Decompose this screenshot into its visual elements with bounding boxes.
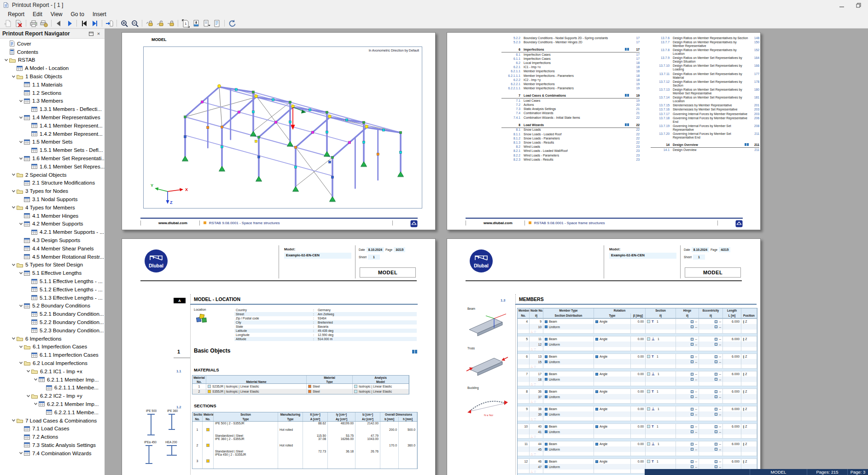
zoom-in-icon[interactable] bbox=[119, 19, 129, 28]
toc-row[interactable]: 8.1Snow Loads22 bbox=[501, 128, 640, 132]
menu-item-insert[interactable]: Insert bbox=[88, 11, 111, 18]
lock-position-icon[interactable] bbox=[144, 19, 155, 28]
chevron-down-icon[interactable] bbox=[10, 75, 17, 79]
tree-item[interactable]: 7 Load Cases & Combinations bbox=[0, 417, 105, 425]
chevron-down-icon[interactable] bbox=[10, 336, 17, 341]
tree-item[interactable]: 7.3 Static Analysis Settings bbox=[0, 441, 105, 449]
chevron-down-icon[interactable] bbox=[25, 369, 31, 373]
toc-row[interactable]: 6.1.1Imperfection Cases17 bbox=[501, 57, 640, 61]
first-page-icon[interactable] bbox=[79, 19, 89, 28]
minimize-button[interactable] bbox=[835, 1, 849, 9]
tree-item[interactable]: 6.2.1 IC1 - Imp +x bbox=[0, 367, 105, 376]
tree-item[interactable]: 1.1 Materials bbox=[0, 81, 105, 89]
tree-item[interactable]: 1.2 Sections bbox=[0, 89, 105, 97]
toc-row[interactable]: 14.1Design Overview211 bbox=[651, 148, 759, 152]
chevron-down-icon[interactable] bbox=[17, 271, 24, 275]
toc-row[interactable]: 6.1Imperfection Cases17 bbox=[501, 52, 640, 57]
tree-item[interactable]: 2 Special Objects bbox=[0, 171, 105, 179]
chevron-down-icon[interactable] bbox=[10, 205, 17, 209]
tree-item[interactable]: 5.2.3 Boundary Condition... bbox=[0, 326, 105, 335]
toc-row[interactable]: 7.3Static Analysis Settings21 bbox=[501, 107, 640, 111]
tree-item[interactable]: 4 Types for Members bbox=[0, 203, 105, 212]
tree-item[interactable]: 5.1.2 Effective Lengths - ... bbox=[0, 285, 105, 294]
menu-item-go-to[interactable]: Go to bbox=[67, 11, 88, 18]
zoom-out-icon[interactable] bbox=[129, 19, 140, 28]
tree-item[interactable]: 6.2.2.1 Member Imp... bbox=[0, 400, 105, 408]
chevron-down-icon[interactable] bbox=[17, 116, 24, 120]
toc-row[interactable]: 8.1.2Snow Loads - Parameters22 bbox=[501, 136, 640, 140]
tree-item[interactable]: 6 Imperfections bbox=[0, 335, 105, 343]
tree-item[interactable]: 6.2.2.1.1 Membe... bbox=[0, 408, 105, 417]
tree-item[interactable]: 5.1 Effective Lengths bbox=[0, 269, 105, 277]
chevron-down-icon[interactable] bbox=[10, 189, 17, 193]
toc-row[interactable]: 8.2Wind Loads23 bbox=[501, 145, 640, 149]
chevron-down-icon[interactable] bbox=[17, 451, 24, 455]
tree-item[interactable]: Contents bbox=[0, 48, 105, 56]
tree-item[interactable]: 4.2.1 Member Supports - ... bbox=[0, 228, 105, 236]
chevron-down-icon[interactable] bbox=[17, 304, 24, 308]
tree-item[interactable]: 1.4 Member Representatives bbox=[0, 113, 105, 122]
chevron-down-icon[interactable] bbox=[10, 263, 17, 267]
print-options-icon[interactable] bbox=[39, 19, 49, 28]
chevron-down-icon[interactable] bbox=[25, 394, 31, 398]
tree-item[interactable]: 1.4.1 Member Represent... bbox=[0, 122, 105, 130]
delete-page-icon[interactable] bbox=[13, 19, 24, 28]
tree-item[interactable]: 6.1.1 Imperfection Cases bbox=[0, 351, 105, 359]
toc-row[interactable]: 13.7.6Design Ratios on Member Representa… bbox=[651, 36, 759, 40]
float-panel-icon[interactable] bbox=[87, 30, 95, 37]
toc-row[interactable]: 13.7.19Governing Internal Forces by Memb… bbox=[651, 124, 759, 132]
toc-row[interactable]: 6.2.2IC2 - Imp +y18 bbox=[501, 78, 640, 82]
tree-item[interactable]: 5.2.2 Boundary Condition... bbox=[0, 318, 105, 326]
tree-item[interactable]: 6.2.1.1.1 Membe... bbox=[0, 383, 105, 392]
chevron-down-icon[interactable] bbox=[10, 173, 17, 177]
tree-item[interactable]: A Model - Location bbox=[0, 64, 105, 72]
chevron-down-icon[interactable] bbox=[17, 361, 24, 365]
chevron-down-icon[interactable] bbox=[17, 222, 24, 226]
tree-item[interactable]: 7.1 Load Cases bbox=[0, 424, 105, 433]
tree-item[interactable]: 5.1.1 Effective Lengths - ... bbox=[0, 277, 105, 285]
last-page-icon[interactable] bbox=[89, 19, 100, 28]
tree-item[interactable]: 3 Types for Nodes bbox=[0, 187, 105, 195]
toc-row[interactable]: 13.7.9Design Ratios on Member Set Repres… bbox=[651, 56, 759, 64]
tree-item[interactable]: 6.1 Imperfection Cases bbox=[0, 342, 105, 351]
menu-item-edit[interactable]: Edit bbox=[29, 11, 47, 18]
toc-row[interactable]: 7.1Load Cases19 bbox=[501, 98, 640, 103]
toc-row[interactable]: 6.2.1.1.1Member Imperfections - Paramete… bbox=[501, 74, 640, 78]
toc-row[interactable]: 6.2Local Imperfections18 bbox=[501, 61, 640, 65]
tree-item[interactable]: 3.1 Nodal Supports bbox=[0, 195, 105, 203]
toc-row[interactable]: 13.7.11Design Ratios on Member Set Repre… bbox=[651, 72, 759, 80]
toc-row[interactable]: 13.7.20Governing Internal Forces by Memb… bbox=[651, 132, 759, 140]
tree-item[interactable]: 4.1 Member Hinges bbox=[0, 212, 105, 220]
tree-item[interactable]: 1.5.1 Member Sets - Defl... bbox=[0, 146, 105, 154]
tree-item[interactable]: Cover bbox=[0, 40, 105, 48]
toc-row[interactable]: 7Load Cases & Combinations19 bbox=[501, 94, 640, 99]
tree-item[interactable]: 7.2 Actions bbox=[0, 433, 105, 441]
chevron-down-icon[interactable] bbox=[32, 402, 39, 406]
toc-row[interactable]: 13.7.14Design Ratios on Member Set Repre… bbox=[651, 96, 759, 104]
go-to-page-icon[interactable] bbox=[104, 19, 115, 28]
tree-item[interactable]: 5.2.1 Boundary Condition... bbox=[0, 310, 105, 318]
tree-item[interactable]: 1 Basic Objects bbox=[0, 72, 105, 81]
menu-item-report[interactable]: Report bbox=[4, 11, 29, 18]
tree-item[interactable]: 4.3 Design Supports bbox=[0, 236, 105, 244]
chevron-down-icon[interactable] bbox=[17, 345, 24, 349]
tree-item[interactable]: 6.2 Local Imperfections bbox=[0, 359, 105, 367]
next-page-icon[interactable] bbox=[64, 19, 75, 28]
toc-row[interactable]: 6.2.1.1Member Imperfections18 bbox=[501, 70, 640, 74]
toc-row[interactable]: 6.2.2.1.1Member Imperfections - Paramete… bbox=[501, 86, 640, 90]
tree-item[interactable]: 4.4 Member Shear Panels bbox=[0, 244, 105, 253]
page-view-dropdown-icon[interactable] bbox=[201, 19, 212, 28]
toc-row[interactable]: 13.7.8Design Ratios on Member Representa… bbox=[651, 48, 759, 56]
tree-item[interactable]: 1.5 Member Sets bbox=[0, 138, 105, 146]
toc-row[interactable]: 13.7.15Slendernesses by Member Represent… bbox=[651, 104, 759, 108]
toc-row[interactable]: 13.7.16Slendernesses by Member Set Repre… bbox=[651, 108, 759, 112]
toc-row[interactable]: 13.7.7Design Ratios on Member Representa… bbox=[651, 40, 759, 48]
tree-item[interactable]: 7.4 Combination Wizards bbox=[0, 449, 105, 458]
chevron-down-icon[interactable] bbox=[17, 156, 24, 161]
toc-row[interactable]: 14Design Overview211 bbox=[651, 143, 759, 148]
restore-button[interactable] bbox=[851, 1, 865, 9]
toc-row[interactable]: 7.4Combination Wizards21 bbox=[501, 111, 640, 116]
tree-item[interactable]: 5 Types for Steel Design bbox=[0, 261, 105, 269]
tree-item[interactable]: 1.3.1 Members - Deflecti... bbox=[0, 105, 105, 113]
toc-row[interactable]: 8.1.1Snow Loads - Loaded Roof22 bbox=[501, 132, 640, 136]
